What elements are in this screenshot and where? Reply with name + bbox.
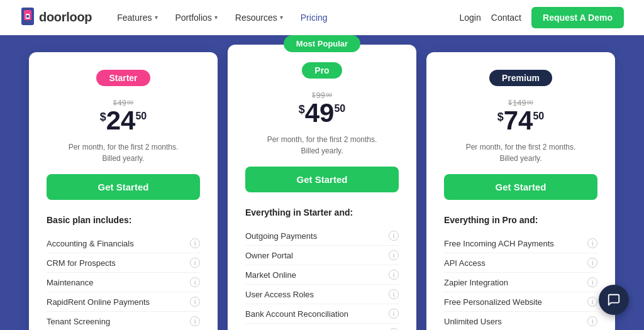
nav-pricing[interactable]: Pricing xyxy=(293,9,335,26)
info-icon[interactable]: i xyxy=(389,250,399,260)
list-item: Owner Portal i xyxy=(245,246,399,265)
navbar: doorloop Features ▾ Portfolios ▾ Resourc… xyxy=(0,0,644,35)
pricing-section: Most Popular Starter $ 49 00 $ 24 50 xyxy=(0,35,644,330)
list-item: Bank Account Reconciliation i xyxy=(245,304,399,324)
chevron-down-icon: ▾ xyxy=(155,14,158,21)
list-item: Free Incoming ACH Payments i xyxy=(444,234,597,253)
list-item: User Access Roles i xyxy=(245,285,399,304)
list-item: Market Online i xyxy=(245,265,399,285)
info-icon[interactable]: i xyxy=(587,277,597,287)
info-icon[interactable]: i xyxy=(190,277,200,287)
chevron-down-icon: ▾ xyxy=(280,14,283,21)
info-icon[interactable]: i xyxy=(587,297,597,307)
premium-features-heading: Everything in Pro and: xyxy=(444,215,597,225)
login-link[interactable]: Login xyxy=(460,13,481,23)
pro-features-list: Outgoing Payments i Owner Portal i Marke… xyxy=(245,226,399,330)
pro-current-price: $ 49 50 xyxy=(299,100,346,126)
logo[interactable]: doorloop xyxy=(20,8,92,28)
starter-price-desc: Per month, for the first 2 months.Billed… xyxy=(47,141,200,164)
list-item: Zapier Integration i xyxy=(444,273,597,292)
pro-card: Pro $ 99 00 $ 49 50 Per month, for the f… xyxy=(228,45,416,330)
info-icon[interactable]: i xyxy=(587,316,597,326)
pricing-cards-row: Starter $ 49 00 $ 24 50 Per month, for t… xyxy=(25,45,619,330)
list-item: RapidRent Online Payments i xyxy=(47,292,200,312)
doorloop-logo-icon xyxy=(20,8,35,28)
list-item: Tenant Screening i xyxy=(47,312,200,330)
info-icon[interactable]: i xyxy=(190,238,200,248)
premium-features-list: Free Incoming ACH Payments i API Access … xyxy=(444,234,597,330)
pro-price-desc: Per month, for the first 2 months.Billed… xyxy=(245,134,399,157)
premium-current-price: $ 74 50 xyxy=(497,107,545,134)
info-icon[interactable]: i xyxy=(389,289,399,299)
info-icon[interactable]: i xyxy=(389,270,399,280)
pro-features-heading: Everything in Starter and: xyxy=(245,207,399,217)
chat-button[interactable] xyxy=(599,285,629,315)
info-icon[interactable]: i xyxy=(190,316,200,326)
nav-links: Features ▾ Portfolios ▾ Resources ▾ Pric… xyxy=(109,9,459,26)
nav-resources[interactable]: Resources ▾ xyxy=(228,9,291,26)
starter-badge: Starter xyxy=(96,70,150,86)
starter-card: Starter $ 49 00 $ 24 50 Per month, for t… xyxy=(29,52,218,330)
most-popular-badge: Most Popular xyxy=(284,35,360,52)
list-item: Unlimited Users i xyxy=(444,312,597,330)
pro-price-section: $ 99 00 $ 49 50 xyxy=(245,89,399,126)
list-item: Maintenance i xyxy=(47,273,200,292)
list-item: CRM for Prospects i xyxy=(47,253,200,273)
premium-price-desc: Per month, for the first 2 months.Billed… xyxy=(444,141,597,164)
list-item: Tenant Announcements i xyxy=(245,324,399,330)
pro-badge: Pro xyxy=(302,62,341,79)
info-icon[interactable]: i xyxy=(389,309,399,319)
list-item: Accounting & Financials i xyxy=(47,234,200,253)
list-item: API Access i xyxy=(444,253,597,273)
most-popular-wrapper: Most Popular xyxy=(25,35,619,52)
starter-features-list: Accounting & Financials i CRM for Prospe… xyxy=(47,234,200,330)
info-icon[interactable]: i xyxy=(587,238,597,248)
logo-text: doorloop xyxy=(39,10,92,25)
nav-right: Login Contact Request A Demo xyxy=(460,7,625,28)
premium-price-section: $ 149 00 $ 74 50 xyxy=(444,96,597,134)
premium-card: Premium $ 149 00 $ 74 50 Per month, for … xyxy=(426,52,615,330)
info-icon[interactable]: i xyxy=(190,297,200,307)
starter-current-price: $ 24 50 xyxy=(100,107,147,134)
chevron-down-icon: ▾ xyxy=(214,14,218,21)
premium-get-started-button[interactable]: Get Started xyxy=(444,174,597,200)
info-icon[interactable]: i xyxy=(190,258,200,268)
contact-link[interactable]: Contact xyxy=(491,13,521,23)
chat-icon xyxy=(607,293,621,307)
premium-badge: Premium xyxy=(489,70,552,86)
starter-price-section: $ 49 00 $ 24 50 xyxy=(47,96,200,134)
nav-features[interactable]: Features ▾ xyxy=(109,9,165,26)
starter-get-started-button[interactable]: Get Started xyxy=(47,174,200,200)
list-item: Outgoing Payments i xyxy=(245,226,399,246)
starter-features-heading: Basic plan includes: xyxy=(47,215,200,225)
pro-get-started-button[interactable]: Get Started xyxy=(245,167,399,192)
request-demo-button[interactable]: Request A Demo xyxy=(531,7,624,28)
info-icon[interactable]: i xyxy=(389,231,399,241)
list-item: Free Personalized Website i xyxy=(444,292,597,312)
info-icon[interactable]: i xyxy=(587,258,597,268)
svg-rect-3 xyxy=(26,15,29,18)
nav-portfolios[interactable]: Portfolios ▾ xyxy=(168,9,225,26)
